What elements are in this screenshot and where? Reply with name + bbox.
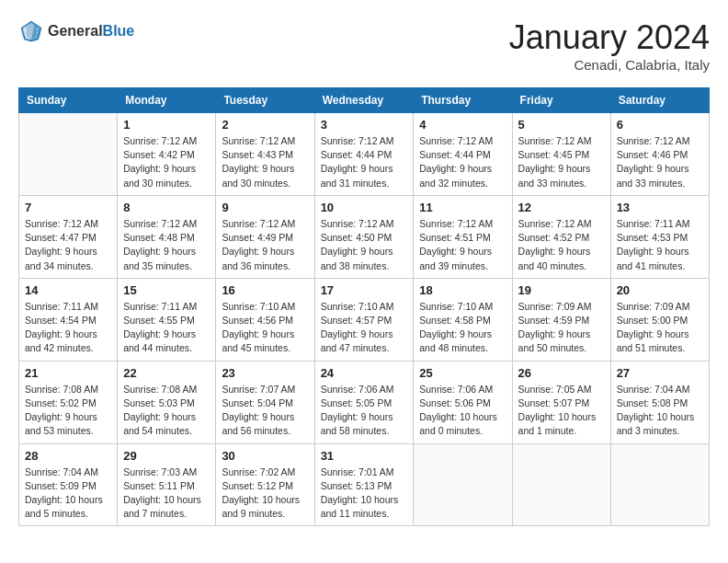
calendar-cell: 9Sunrise: 7:12 AMSunset: 4:49 PMDaylight… [216, 195, 314, 278]
day-number: 29 [123, 449, 210, 463]
day-header-saturday: Saturday [610, 88, 709, 113]
calendar-week-row: 7Sunrise: 7:12 AMSunset: 4:47 PMDaylight… [19, 195, 710, 278]
logo: General Blue [18, 18, 134, 44]
day-info: Sunrise: 7:06 AMSunset: 5:05 PMDaylight:… [321, 383, 408, 439]
calendar-cell: 14Sunrise: 7:11 AMSunset: 4:54 PMDayligh… [19, 278, 118, 361]
calendar-week-row: 21Sunrise: 7:08 AMSunset: 5:02 PMDayligh… [19, 361, 710, 443]
calendar-cell [512, 443, 610, 526]
calendar-cell: 27Sunrise: 7:04 AMSunset: 5:08 PMDayligh… [610, 361, 709, 443]
day-number: 15 [123, 283, 210, 297]
day-info: Sunrise: 7:10 AMSunset: 4:56 PMDaylight:… [222, 300, 308, 356]
day-info: Sunrise: 7:10 AMSunset: 4:58 PMDaylight:… [419, 300, 506, 356]
day-info: Sunrise: 7:09 AMSunset: 5:00 PMDaylight:… [617, 300, 703, 356]
calendar-cell [414, 443, 512, 526]
day-number: 1 [123, 118, 210, 132]
calendar-cell: 10Sunrise: 7:12 AMSunset: 4:50 PMDayligh… [314, 195, 414, 278]
calendar-cell: 28Sunrise: 7:04 AMSunset: 5:09 PMDayligh… [19, 443, 118, 526]
calendar-cell [610, 443, 709, 526]
calendar-week-row: 28Sunrise: 7:04 AMSunset: 5:09 PMDayligh… [19, 443, 710, 526]
day-number: 21 [25, 366, 111, 380]
calendar-cell: 1Sunrise: 7:12 AMSunset: 4:42 PMDaylight… [118, 113, 216, 196]
logo-icon [18, 18, 44, 44]
title-block: January 2024 Cenadi, Calabria, Italy [509, 18, 710, 73]
day-number: 9 [222, 201, 308, 214]
day-info: Sunrise: 7:12 AMSunset: 4:52 PMDaylight:… [518, 217, 605, 273]
calendar-cell: 13Sunrise: 7:11 AMSunset: 4:53 PMDayligh… [610, 195, 709, 278]
logo-general: General [48, 23, 103, 40]
day-number: 30 [222, 449, 308, 463]
day-info: Sunrise: 7:11 AMSunset: 4:55 PMDaylight:… [123, 300, 210, 356]
calendar-week-row: 14Sunrise: 7:11 AMSunset: 4:54 PMDayligh… [19, 278, 710, 361]
day-info: Sunrise: 7:12 AMSunset: 4:46 PMDaylight:… [617, 134, 703, 190]
calendar-cell: 23Sunrise: 7:07 AMSunset: 5:04 PMDayligh… [216, 361, 314, 443]
day-number: 5 [518, 118, 605, 132]
day-number: 4 [419, 118, 506, 132]
day-info: Sunrise: 7:11 AMSunset: 4:53 PMDaylight:… [617, 217, 703, 273]
day-info: Sunrise: 7:12 AMSunset: 4:47 PMDaylight:… [25, 217, 111, 273]
day-info: Sunrise: 7:12 AMSunset: 4:49 PMDaylight:… [222, 217, 308, 273]
day-number: 19 [518, 283, 605, 297]
day-number: 17 [321, 283, 408, 297]
calendar-cell: 30Sunrise: 7:02 AMSunset: 5:12 PMDayligh… [216, 443, 314, 526]
location-subtitle: Cenadi, Calabria, Italy [509, 57, 710, 73]
calendar-cell: 19Sunrise: 7:09 AMSunset: 4:59 PMDayligh… [512, 278, 610, 361]
day-info: Sunrise: 7:08 AMSunset: 5:03 PMDaylight:… [123, 383, 210, 439]
day-number: 8 [123, 201, 210, 214]
day-header-sunday: Sunday [19, 88, 118, 113]
day-info: Sunrise: 7:02 AMSunset: 5:12 PMDaylight:… [222, 465, 308, 522]
calendar-header-row: SundayMondayTuesdayWednesdayThursdayFrid… [19, 88, 710, 113]
day-number: 14 [25, 283, 111, 297]
day-info: Sunrise: 7:12 AMSunset: 4:50 PMDaylight:… [321, 217, 408, 273]
calendar-cell: 29Sunrise: 7:03 AMSunset: 5:11 PMDayligh… [118, 443, 216, 526]
day-info: Sunrise: 7:11 AMSunset: 4:54 PMDaylight:… [25, 300, 111, 356]
day-header-thursday: Thursday [414, 88, 512, 113]
month-title: January 2024 [509, 18, 710, 57]
calendar-cell: 4Sunrise: 7:12 AMSunset: 4:44 PMDaylight… [414, 113, 512, 196]
calendar-cell: 24Sunrise: 7:06 AMSunset: 5:05 PMDayligh… [314, 361, 414, 443]
day-info: Sunrise: 7:06 AMSunset: 5:06 PMDaylight:… [419, 383, 506, 439]
calendar-cell: 26Sunrise: 7:05 AMSunset: 5:07 PMDayligh… [512, 361, 610, 443]
day-number: 6 [617, 118, 703, 132]
day-info: Sunrise: 7:12 AMSunset: 4:43 PMDaylight:… [222, 134, 308, 190]
calendar-cell: 8Sunrise: 7:12 AMSunset: 4:48 PMDaylight… [118, 195, 216, 278]
day-number: 2 [222, 118, 308, 132]
day-header-friday: Friday [512, 88, 610, 113]
calendar-cell: 17Sunrise: 7:10 AMSunset: 4:57 PMDayligh… [314, 278, 414, 361]
day-number: 24 [321, 366, 408, 380]
day-number: 28 [25, 449, 111, 463]
day-info: Sunrise: 7:12 AMSunset: 4:42 PMDaylight:… [123, 134, 210, 190]
calendar-week-row: 1Sunrise: 7:12 AMSunset: 4:42 PMDaylight… [19, 113, 710, 196]
day-info: Sunrise: 7:09 AMSunset: 4:59 PMDaylight:… [518, 300, 605, 356]
logo-blue: Blue [103, 23, 135, 40]
calendar-cell: 16Sunrise: 7:10 AMSunset: 4:56 PMDayligh… [216, 278, 314, 361]
day-info: Sunrise: 7:12 AMSunset: 4:48 PMDaylight:… [123, 217, 210, 273]
calendar-cell: 22Sunrise: 7:08 AMSunset: 5:03 PMDayligh… [118, 361, 216, 443]
calendar-cell: 25Sunrise: 7:06 AMSunset: 5:06 PMDayligh… [414, 361, 512, 443]
day-info: Sunrise: 7:12 AMSunset: 4:51 PMDaylight:… [419, 217, 506, 273]
calendar-table: SundayMondayTuesdayWednesdayThursdayFrid… [18, 87, 710, 526]
calendar-cell: 2Sunrise: 7:12 AMSunset: 4:43 PMDaylight… [216, 113, 314, 196]
calendar-cell: 12Sunrise: 7:12 AMSunset: 4:52 PMDayligh… [512, 195, 610, 278]
day-number: 26 [518, 366, 605, 380]
calendar-cell: 5Sunrise: 7:12 AMSunset: 4:45 PMDaylight… [512, 113, 610, 196]
day-number: 12 [518, 201, 605, 214]
day-number: 22 [123, 366, 210, 380]
calendar-cell: 7Sunrise: 7:12 AMSunset: 4:47 PMDaylight… [19, 195, 118, 278]
day-info: Sunrise: 7:05 AMSunset: 5:07 PMDaylight:… [518, 383, 605, 439]
day-info: Sunrise: 7:10 AMSunset: 4:57 PMDaylight:… [321, 300, 408, 356]
calendar-cell: 6Sunrise: 7:12 AMSunset: 4:46 PMDaylight… [610, 113, 709, 196]
day-number: 7 [25, 201, 111, 214]
calendar-cell: 18Sunrise: 7:10 AMSunset: 4:58 PMDayligh… [414, 278, 512, 361]
day-number: 31 [321, 449, 408, 463]
day-info: Sunrise: 7:01 AMSunset: 5:13 PMDaylight:… [321, 465, 408, 522]
day-header-monday: Monday [118, 88, 216, 113]
logo-text: General Blue [48, 23, 134, 40]
day-number: 16 [222, 283, 308, 297]
calendar-cell: 15Sunrise: 7:11 AMSunset: 4:55 PMDayligh… [118, 278, 216, 361]
calendar-cell: 21Sunrise: 7:08 AMSunset: 5:02 PMDayligh… [19, 361, 118, 443]
calendar-cell [19, 113, 118, 196]
day-info: Sunrise: 7:07 AMSunset: 5:04 PMDaylight:… [222, 383, 308, 439]
day-info: Sunrise: 7:12 AMSunset: 4:45 PMDaylight:… [518, 134, 605, 190]
day-number: 23 [222, 366, 308, 380]
day-number: 20 [617, 283, 703, 297]
